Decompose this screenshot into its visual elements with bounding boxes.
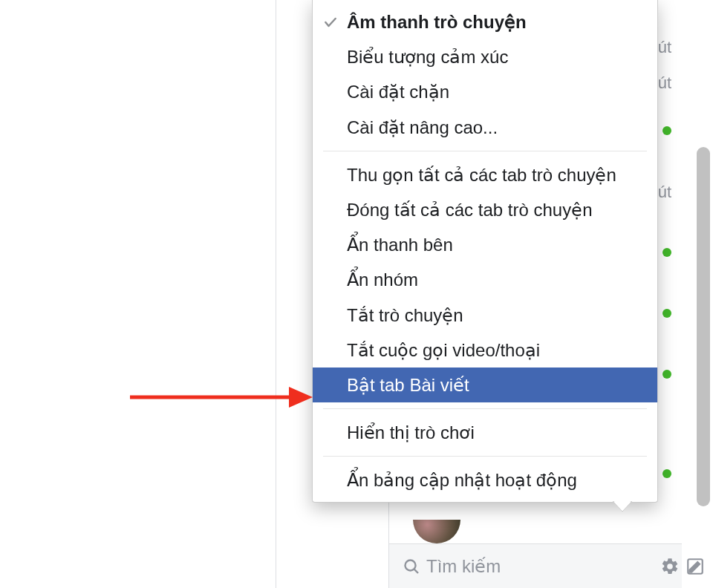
chat-settings-menu: Âm thanh trò chuyện Biểu tượng cảm xúc C… — [312, 0, 658, 503]
menu-item-close-tabs[interactable]: Đóng tất cả các tab trò chuyện — [313, 192, 657, 227]
menu-item-label: Âm thanh trò chuyện — [347, 12, 527, 32]
contact-status-suffix: út — [658, 38, 671, 57]
menu-item-turn-off-calls[interactable]: Tắt cuộc gọi video/thoại — [313, 333, 657, 368]
chat-search-bar — [389, 543, 682, 588]
presence-indicator — [662, 370, 671, 379]
gear-icon[interactable] — [660, 555, 680, 578]
menu-item-enable-posts-tab[interactable]: Bật tab Bài viết — [313, 368, 657, 402]
menu-item-label: Thu gọn tất cả các tab trò chuyện — [347, 165, 616, 185]
menu-item-label: Biểu tượng cảm xúc — [347, 47, 508, 67]
menu-item-label: Cài đặt chặn — [347, 82, 449, 102]
check-icon — [323, 12, 339, 28]
presence-indicator — [662, 309, 671, 318]
menu-item-label: Tắt trò chuyện — [347, 305, 463, 325]
menu-item-hide-sidebar[interactable]: Ẩn thanh bên — [313, 227, 657, 262]
popover-arrow — [613, 501, 632, 512]
svg-marker-6 — [289, 387, 313, 408]
search-input[interactable] — [420, 553, 654, 580]
menu-divider — [323, 456, 647, 457]
menu-item-hide-groups[interactable]: Ẩn nhóm — [313, 262, 657, 297]
menu-item-label: Đóng tất cả các tab trò chuyện — [347, 200, 592, 220]
presence-indicator — [662, 248, 671, 257]
menu-item-show-games[interactable]: Hiển thị trò chơi — [313, 415, 657, 450]
window-scrollbar[interactable] — [697, 0, 710, 588]
scrollbar-thumb[interactable] — [697, 147, 710, 506]
menu-divider — [323, 408, 647, 409]
menu-item-advanced-settings[interactable]: Cài đặt nâng cao... — [313, 110, 657, 145]
menu-item-turn-off-chat[interactable]: Tắt trò chuyện — [313, 298, 657, 333]
menu-item-chat-sounds[interactable]: Âm thanh trò chuyện — [313, 4, 657, 39]
content-divider — [276, 0, 276, 588]
search-icon[interactable] — [403, 555, 420, 578]
menu-item-block-settings[interactable]: Cài đặt chặn — [313, 74, 657, 109]
menu-item-label: Hiển thị trò chơi — [347, 422, 475, 442]
menu-divider — [323, 151, 647, 151]
menu-item-label: Ẩn thanh bên — [347, 235, 453, 255]
menu-item-emoji[interactable]: Biểu tượng cảm xúc — [313, 39, 657, 74]
menu-item-label: Tắt cuộc gọi video/thoại — [347, 340, 540, 360]
contact-status-suffix: út — [658, 74, 671, 93]
presence-indicator — [662, 469, 671, 478]
annotation-arrow — [130, 385, 313, 410]
menu-item-label: Bật tab Bài viết — [347, 375, 469, 395]
menu-item-label: Cài đặt nâng cao... — [347, 117, 498, 137]
menu-item-hide-activity-updates[interactable]: Ẩn bảng cập nhật hoạt động — [313, 463, 657, 497]
contact-status-suffix: út — [658, 183, 671, 202]
svg-point-0 — [406, 560, 416, 570]
presence-indicator — [662, 126, 671, 135]
svg-line-1 — [414, 569, 418, 572]
menu-item-label: Ẩn nhóm — [347, 270, 418, 290]
menu-item-collapse-tabs[interactable]: Thu gọn tất cả các tab trò chuyện — [313, 157, 657, 192]
menu-item-label: Ẩn bảng cập nhật hoạt động — [347, 470, 577, 490]
avatar — [413, 520, 460, 543]
